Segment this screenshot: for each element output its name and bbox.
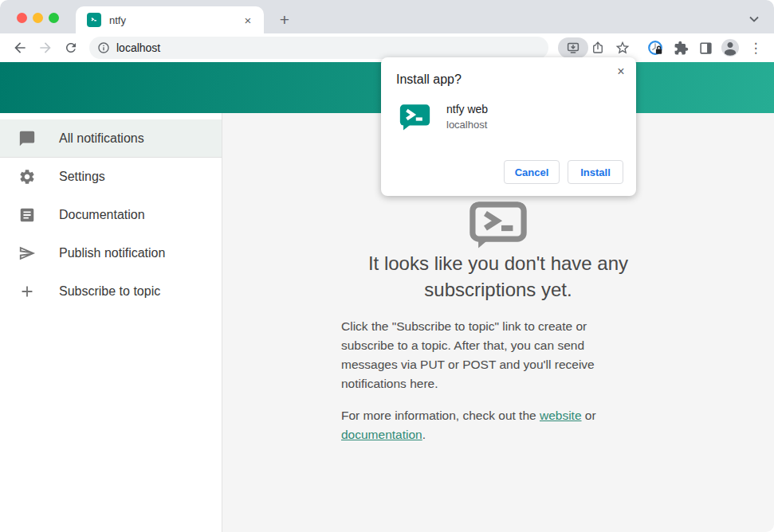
new-tab-button[interactable]: + <box>274 10 295 30</box>
sidebar-item-label: All notifications <box>59 131 144 146</box>
forward-button <box>36 38 55 57</box>
chevron-down-icon[interactable] <box>746 11 762 27</box>
sidebar-item-subscribe-to-topic[interactable]: Subscribe to topic <box>0 272 222 311</box>
reload-button[interactable] <box>61 38 81 57</box>
paragraph-text: or <box>582 409 596 422</box>
share-icon[interactable] <box>588 38 607 57</box>
close-window-button[interactable] <box>17 13 27 23</box>
dialog-title: Install app? <box>396 72 462 87</box>
dialog-buttons: Cancel Install <box>504 160 623 184</box>
sidebar-item-label: Documentation <box>59 208 145 222</box>
install-app-icon[interactable] <box>558 37 588 58</box>
minimize-window-button[interactable] <box>33 13 43 23</box>
back-button[interactable] <box>10 38 29 57</box>
ntfy-empty-state-icon <box>469 201 528 249</box>
url-text: localhost <box>116 41 160 54</box>
dialog-close-icon[interactable]: × <box>614 65 628 79</box>
profile-avatar[interactable] <box>721 38 740 57</box>
sidebar-item-documentation[interactable]: Documentation <box>0 196 222 234</box>
article-icon <box>18 206 36 224</box>
address-bar[interactable]: localhost <box>89 37 548 59</box>
empty-state-paragraph: Click the "Subscribe to topic" link to c… <box>341 317 628 393</box>
chat-icon <box>18 130 36 147</box>
sidebar-list: All notifications Settings Documentation… <box>0 119 222 311</box>
zoom-window-button[interactable] <box>49 13 59 23</box>
browser-tab[interactable]: ntfy × <box>76 6 264 33</box>
dialog-app-origin: localhost <box>446 119 487 131</box>
paragraph-text: . <box>422 428 426 441</box>
password-manager-extension-icon[interactable] <box>646 38 665 57</box>
tab-close-icon[interactable]: × <box>240 12 256 28</box>
browser-window: ntfy × + localhost <box>0 0 774 532</box>
side-panel-icon[interactable] <box>696 38 715 57</box>
sidebar-item-settings[interactable]: Settings <box>0 158 222 196</box>
paragraph-text: For more information, check out the <box>341 409 540 422</box>
sidebar-item-all-notifications[interactable]: All notifications <box>0 119 222 158</box>
website-link[interactable]: website <box>540 409 582 422</box>
browser-menu-icon[interactable]: ⋮ <box>746 38 765 57</box>
send-icon <box>18 244 36 262</box>
install-button[interactable]: Install <box>568 160 623 184</box>
empty-state-title: It looks like you don't have any subscri… <box>302 250 694 303</box>
documentation-link[interactable]: documentation <box>341 428 422 441</box>
ntfy-favicon-icon <box>87 13 101 27</box>
site-info-icon[interactable] <box>97 41 110 54</box>
extensions-puzzle-icon[interactable] <box>671 38 690 57</box>
sidebar-item-label: Settings <box>59 170 105 184</box>
cancel-button[interactable]: Cancel <box>504 160 560 184</box>
sidebar-item-label: Subscribe to topic <box>59 284 160 299</box>
ntfy-app-icon <box>399 104 430 131</box>
empty-state-links-paragraph: For more information, check out the webs… <box>341 406 628 444</box>
sidebar-item-publish-notification[interactable]: Publish notification <box>0 234 222 272</box>
sidebar: All notifications Settings Documentation… <box>0 113 222 532</box>
bookmark-star-icon[interactable] <box>613 38 632 57</box>
plus-icon <box>18 283 36 300</box>
install-app-dialog: × Install app? ntfy web localhost Cancel… <box>381 57 636 196</box>
dialog-app-name: ntfy web <box>446 103 488 115</box>
gear-icon <box>18 168 36 186</box>
sidebar-item-label: Publish notification <box>59 246 165 260</box>
tab-title: ntfy <box>109 14 240 26</box>
titlebar: ntfy × + <box>0 0 774 33</box>
